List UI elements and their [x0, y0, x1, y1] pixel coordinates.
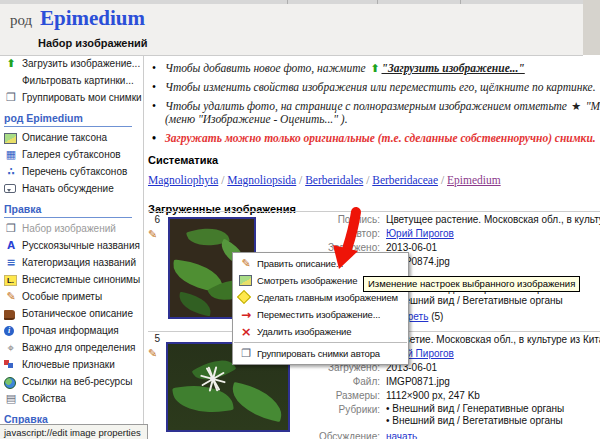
sidebar-item[interactable]: Фильтровать картинки... — [0, 75, 140, 87]
sidebar-item[interactable]: Прочая информация — [0, 325, 140, 337]
rubrics-value: Внешний вид / Генеративные органыВнешний… — [386, 403, 564, 427]
breadcrumb-link[interactable]: Magnoliophyta — [148, 174, 218, 186]
sidebar-item[interactable]: Важно для определения — [0, 342, 140, 354]
bubble-icon — [4, 184, 16, 193]
taxon-rank-label: род — [10, 12, 32, 29]
sidebar-item-label: Внесистемные синонимы — [22, 274, 140, 285]
sidebar-sections: род EpimediumОписание таксонаГалерея суб… — [0, 112, 140, 428]
menu-item-label: Править описание... — [257, 258, 343, 269]
sidebar-item[interactable]: Свойства — [0, 393, 140, 405]
author-value: Юрий Пирогов — [386, 227, 454, 240]
tip-second-line: (меню "Изображение - Оценить..." ). — [165, 113, 600, 126]
breadcrumb-link[interactable]: Berberidaceae — [372, 174, 438, 186]
sidebar-item-label: Ключевые признаки — [22, 359, 115, 370]
target-icon — [4, 342, 18, 354]
tip-item: Загружать можно только оригинальные (т.е… — [148, 132, 600, 145]
window-right-edge — [583, 0, 600, 55]
sidebar: Загрузить изображение...Фильтровать карт… — [0, 58, 140, 433]
info-icon — [4, 326, 14, 336]
breadcrumb: Magnoliophyta / Magnoliopsida / Berberid… — [148, 174, 600, 186]
grid-icon — [4, 149, 18, 161]
sidebar-item[interactable]: Особые приметы — [0, 291, 140, 303]
book-icon — [4, 310, 15, 320]
move-arrow-icon — [239, 309, 253, 321]
sidebar-item[interactable]: Категоризация названий — [0, 257, 140, 269]
sidebar-section-list: Описание таксонаГалерея субтаксоновПереч… — [0, 132, 140, 195]
sidebar-separator — [143, 55, 144, 439]
info-label: Подпись: — [300, 213, 386, 226]
sidebar-item-label: Загрузить изображение... — [22, 58, 140, 69]
sidebar-item[interactable]: Ссылки на веб-ресурсы — [0, 376, 140, 388]
info-label: Размеры: — [300, 389, 386, 402]
info-label: Рубрики: — [300, 403, 386, 427]
sidebar-item-label: Категоризация названий — [22, 257, 136, 268]
sidebar-item[interactable]: Начать обсуждение — [0, 183, 140, 195]
breadcrumb-link[interactable]: Epimedium — [447, 174, 501, 186]
tips-list: Чтобы добавить новое фото, нажмите "Загр… — [148, 62, 600, 145]
page-header: род Epimedium Набор изображений — [0, 4, 583, 56]
sidebar-item-label: Русскоязычные названия — [22, 240, 140, 251]
tree-icon — [4, 166, 18, 178]
copy-pages-icon — [4, 92, 18, 104]
info-label: Обсуждение: — [300, 430, 386, 439]
menu-tooltip: Изменение настроек выбранного изображени… — [363, 276, 580, 292]
sidebar-item[interactable]: Ботаническое описание — [0, 308, 140, 320]
sidebar-item[interactable]: Описание таксона — [0, 132, 140, 144]
sidebar-item-label: Начать обсуждение — [22, 183, 114, 194]
sidebar-item-label: Галерея субтаксонов — [22, 149, 121, 160]
menu-item[interactable]: Переместить изображение... — [233, 306, 408, 323]
discussion-link[interactable]: начать — [386, 431, 417, 439]
image-number: 6 — [148, 214, 160, 225]
photo-icon — [239, 275, 252, 286]
tip-item: Чтобы удалить фото, на странице с полнор… — [148, 100, 600, 126]
properties-icon — [4, 393, 18, 405]
sidebar-item[interactable]: Внесистемные синонимы — [0, 274, 140, 286]
status-bar-link-preview: javascript://edit image properties — [0, 424, 148, 439]
pencil-icon — [239, 258, 253, 270]
sidebar-item: Набор изображений — [0, 223, 140, 235]
sidebar-item[interactable]: Русскоязычные названия — [0, 240, 140, 252]
star-inline-icon — [570, 101, 583, 113]
discussion-value: начать — [386, 430, 417, 439]
rubric-item: Внешний вид / Генеративные органы — [386, 403, 564, 415]
caption-value: Соцветие. Московская обл., в культуре из… — [386, 333, 600, 346]
info-line: Рубрики:Внешний вид / Генеративные орган… — [300, 403, 600, 427]
taxonomy-heading: Систематика — [148, 154, 600, 166]
info-label: Файл: — [300, 375, 386, 388]
sidebar-top-list: Загрузить изображение...Фильтровать карт… — [0, 58, 140, 104]
page-title: Epimedium — [40, 6, 145, 31]
caption-value: Цветущее растение. Московская обл., в ку… — [386, 213, 600, 226]
upload-arrow-icon — [369, 63, 382, 75]
author-link[interactable]: Юрий Пирогов — [386, 228, 454, 239]
sidebar-item[interactable]: Загрузить изображение... — [0, 58, 140, 70]
size-value: 1112×900 px, 247 Kb — [386, 389, 480, 402]
rubric-item: Внешний вид / Вегетативные органы — [386, 415, 564, 427]
sidebar-item[interactable]: Галерея субтаксонов — [0, 149, 140, 161]
sidebar-item-label: Свойства — [22, 393, 66, 404]
diamond-icon — [237, 290, 251, 304]
rubric-item: Внешний вид / Вегетативные органы — [386, 295, 564, 307]
sidebar-item-label: Ботаническое описание — [22, 308, 133, 319]
sidebar-item[interactable]: Группировать мои снимки — [0, 92, 140, 104]
sidebar-item[interactable]: Ключевые признаки — [0, 359, 140, 371]
menu-item-label: Сделать главным изображением — [257, 292, 398, 303]
page-subtitle: Набор изображений — [38, 37, 148, 49]
sidebar-item-label: Перечень субтаксонов — [22, 166, 127, 177]
menu-item[interactable]: Удалить изображение — [233, 323, 408, 340]
edit-pencil-icon[interactable]: ✎ — [148, 347, 157, 360]
leaf-shape — [177, 292, 214, 317]
menu-item[interactable]: Править описание... — [233, 255, 408, 272]
menu-item-label: Переместить изображение... — [257, 309, 380, 320]
info-line: Файл:IMGP0871.jpg — [300, 375, 600, 388]
menu-item[interactable]: Группировать снимки автора — [233, 345, 408, 362]
menu-separator — [234, 342, 407, 343]
list-icon — [4, 257, 18, 269]
sidebar-item[interactable]: Перечень субтаксонов — [0, 166, 140, 178]
breadcrumb-link[interactable]: Berberidales — [305, 174, 363, 186]
breadcrumb-link[interactable]: Magnoliopsida — [227, 174, 296, 186]
tip-link[interactable]: "Загрузить изображение..." — [382, 62, 525, 74]
edit-pencil-icon[interactable]: ✎ — [148, 228, 157, 241]
tip-item: Чтобы изменить свойства изображения или … — [148, 81, 600, 94]
menu-item-label: Группировать снимки автора — [257, 348, 380, 359]
sidebar-item-label: Группировать мои снимки — [22, 92, 142, 103]
